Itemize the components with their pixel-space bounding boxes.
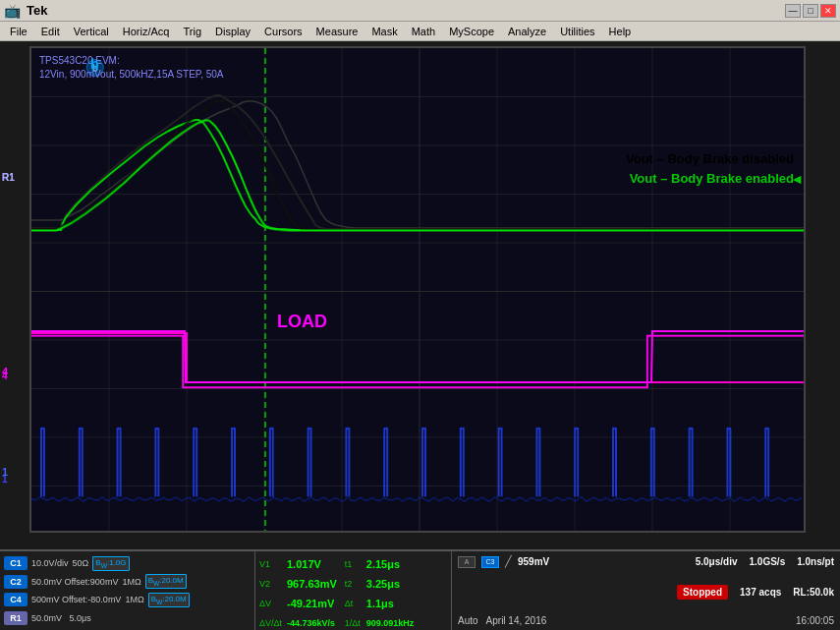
timebase-row1: A C3 ╱ 959mV 5.0μs/div 1.0GS/s 1.0ns/pt [458,555,834,568]
ch4-badge: C4 [4,593,28,606]
ch2-coupling: 1MΩ [122,577,140,587]
app-icon: 📺 [4,3,21,19]
t2-label: t2 [345,579,363,589]
dv-value: -49.21mV [287,598,334,609]
v2-row: V2 967.63mV [259,575,337,593]
menu-item-display[interactable]: Display [209,25,256,38]
dt-value: 1.1μs [366,598,394,609]
dt-row: Δt 1.1μs [345,595,415,612]
title-bar-title: Tek [27,3,47,18]
menu-item-cursors[interactable]: Cursors [258,25,308,38]
menu-item-trig[interactable]: Trig [177,25,207,38]
sample-rate: 1.0GS/s [750,556,786,567]
status-timebase: A C3 ╱ 959mV 5.0μs/div 1.0GS/s 1.0ns/pt … [452,551,840,630]
r1-badge: R1 [4,611,28,625]
menu-item-help[interactable]: Help [603,25,638,38]
capture-time: 16:00:05 [796,615,834,626]
t2-row: t2 3.25μs [345,575,415,593]
time-div: 5.0μs/div [696,556,738,567]
v1-value: 1.017V [287,558,321,570]
status-channels: C1 10.0V/div 50Ω BW:1.0G C2 50.0mV Offse… [0,551,255,630]
dvdt-label: ΔV/Δt [259,618,283,628]
menu-item-measure[interactable]: Measure [310,25,364,38]
minimize-button[interactable]: — [785,4,801,18]
title-bar-left: 📺 Tek [4,3,47,19]
scope-area: R1 4 1 [0,41,840,589]
ch-indicator-c3: C3 [481,556,499,568]
timebase-row3: Auto April 14, 2016 16:00:05 [458,615,834,626]
dv-label: ΔV [259,599,283,608]
menu-item-file[interactable]: File [4,25,33,38]
ch1-scale: 10.0V/div [31,558,69,568]
trigger-mode: Auto [458,615,478,626]
v2-value: 967.63mV [287,578,337,590]
dv-row: ΔV -49.21mV [259,595,337,612]
tdt-label: 1/Δt [345,618,363,628]
t1-label: t1 [345,559,363,569]
rl-value: RL:50.0k [793,587,834,598]
menu-item-edit[interactable]: Edit [35,25,66,38]
t1-value: 2.15μs [366,558,400,570]
r1-row: R1 50.0mV 5.0μs [4,610,251,627]
close-button[interactable]: ✕ [820,4,836,18]
menu-item-math[interactable]: Math [406,25,441,38]
waveform-canvas [31,48,804,531]
ch2-bw: BW:20.0M [145,574,187,589]
menu-item-vertical[interactable]: Vertical [68,25,115,38]
menu-bar: FileEditVerticalHoriz/AcqTrigDisplayCurs… [0,22,840,41]
trigger-level: 959mV [518,556,549,567]
menu-item-mask[interactable]: Mask [365,25,403,38]
ch1-row: C1 10.0V/div 50Ω BW:1.0G [4,555,251,572]
ch4-scale: 500mV Offset:-80.0mV [31,595,121,604]
ch4-row: C4 500mV Offset:-80.0mV 1MΩ BW:20.0M [4,592,251,608]
ch1-bw: BW:1.0G [92,556,129,571]
tdt-row: 1/Δt 909.091kHz [345,614,415,630]
tdt-value: 909.091kHz [366,618,415,628]
dt-label: Δt [345,599,363,608]
ch4-left-indicator: 4 [2,366,8,377]
v1-row: V1 1.017V [259,555,337,573]
ch-indicator-a: A [458,556,476,568]
menu-item-myscope[interactable]: MyScope [443,25,500,38]
menu-item-utilities[interactable]: Utilities [554,25,600,38]
v2-label: V2 [259,579,283,589]
r1-scale: 50.0mV 5.0μs [31,613,91,623]
left-indicators: R1 4 1 [0,46,29,533]
timebase-row2: Stopped 137 acqs RL:50.0k [458,585,834,600]
v1-label: V1 [259,559,283,569]
ch1-coupling: 50Ω [73,558,89,568]
stopped-badge: Stopped [677,585,728,600]
ch2-row: C2 50.0mV Offset:900mV 1MΩ BW:20.0M [4,574,251,591]
scope-screen: TPS543C20 EVM: 12Vin, 900mVout, 500kHZ,1… [29,46,806,533]
ch1-badge: C1 [4,556,28,570]
record-length: 1.0ns/pt [797,556,834,567]
ch2-scale: 50.0mV Offset:900mV [31,577,118,587]
ch2-badge: C2 [4,575,28,589]
status-measurements: V1 1.017V V2 967.63mV ΔV -49.21mV ΔV/Δt … [255,551,452,630]
maximize-button[interactable]: □ [803,4,818,18]
menu-item-horiz/acq[interactable]: Horiz/Acq [117,25,176,38]
dvdt-row: ΔV/Δt -44.736kV/s [259,614,337,630]
trigger-arrow-icon: ╱ [505,555,512,568]
t1-row: t1 2.15μs [345,555,415,573]
title-bar: 📺 Tek — □ ✕ [0,0,840,22]
capture-date: April 14, 2016 [486,615,547,626]
title-bar-controls: — □ ✕ [785,4,836,18]
r1-left-indicator: R1 [2,172,15,183]
t2-value: 3.25μs [366,578,400,590]
ch4-coupling: 1MΩ [125,595,143,604]
dvdt-value: -44.736kV/s [287,618,335,628]
right-arrow-marker: ◄ [790,171,804,187]
ch1-left-indicator: 1 [2,466,8,478]
status-bar: C1 10.0V/div 50Ω BW:1.0G C2 50.0mV Offse… [0,549,840,630]
ch4-bw: BW:20.0M [148,593,190,607]
menu-item-analyze[interactable]: Analyze [502,25,552,38]
acqs-count: 137 acqs [740,587,781,598]
